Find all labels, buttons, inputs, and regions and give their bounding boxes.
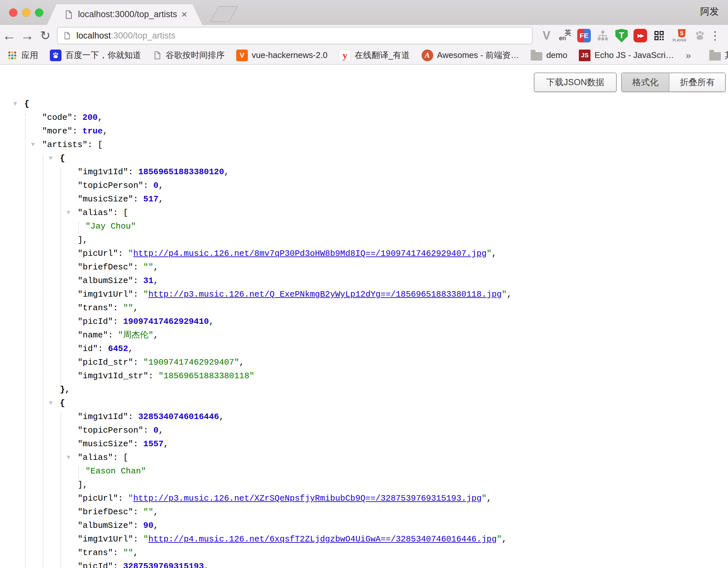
json-token-bb: { <box>24 99 29 109</box>
minimize-window-button[interactable] <box>22 8 30 17</box>
translate-extension-icon[interactable]: 英 en <box>558 28 572 43</box>
shield-t-glyph: T <box>615 29 628 42</box>
bookmarks-overflow-icon[interactable]: » <box>686 50 691 61</box>
json-line: "picUrl": "http://p3.music.126.net/XZrSQ… <box>0 492 728 505</box>
json-line: ▼{ <box>0 97 728 111</box>
address-bar[interactable]: localhost:3000/top_artists <box>57 27 533 44</box>
close-window-button[interactable] <box>9 8 17 17</box>
bookmark-youdao[interactable]: y 在线翻译_有道 <box>339 50 410 61</box>
json-token-p: : <box>133 194 143 204</box>
json-line: ], <box>0 478 728 492</box>
json-token-p: : <box>133 507 143 517</box>
json-token-p: : <box>133 534 143 544</box>
json-line: "picId_str": "19097417462929407", <box>0 356 728 369</box>
html5-glyph: 5 <box>678 29 686 38</box>
browser-profile-name[interactable]: 阿发 <box>700 5 719 18</box>
tampermonkey-extension-icon[interactable]: T <box>615 28 628 43</box>
html5-player-extension-icon[interactable]: 5 PLAYER <box>671 28 688 43</box>
bookmark-vue-hackernews[interactable]: V vue-hackernews-2.0 <box>236 50 327 61</box>
json-token-k: "picId" <box>78 317 113 327</box>
bookmark-label: 在线翻译_有道 <box>355 50 410 61</box>
json-line: ▼{ <box>0 151 728 165</box>
json-token-p: : <box>118 494 128 503</box>
json-token-k: "alias" <box>78 208 113 217</box>
json-line: "img1v1Id_str": "18569651883380118" <box>0 369 728 383</box>
json-url-link[interactable]: http://p3.music.126.net/Q_ExePNkmgB2yWyL… <box>148 290 502 299</box>
collapse-toggle-icon[interactable]: ▼ <box>49 151 52 165</box>
json-token-q: " <box>143 534 149 544</box>
json-token-p: , <box>159 194 164 204</box>
browser-tab[interactable]: localhost:3000/top_artists × <box>47 4 202 25</box>
json-line: "trans": "", <box>0 301 728 315</box>
json-token-p: : <box>133 521 143 530</box>
bookmark-label: vue-hackernews-2.0 <box>252 50 327 60</box>
json-token-n: 200 <box>83 113 98 122</box>
bookmark-label: Echo JS - JavaScri… <box>594 50 674 60</box>
browser-menu-icon[interactable]: ⋮ <box>709 29 722 42</box>
other-bookmarks-folder[interactable]: 其他书签 <box>709 50 728 61</box>
json-token-p: , <box>128 344 133 354</box>
paw-extension-icon[interactable] <box>693 28 707 43</box>
json-url-link[interactable]: http://p4.music.126.net/6xqsfT2ZLjdgzbwO… <box>148 534 497 544</box>
json-token-k: "albumSize" <box>78 521 133 530</box>
json-token-n: 18569651883380120 <box>138 167 224 177</box>
bookmark-baidu[interactable]: 百度一下，你就知道 <box>50 50 141 61</box>
json-token-k: "code" <box>42 113 72 122</box>
reload-icon[interactable]: ↻ <box>36 26 54 45</box>
bookmark-apps[interactable]: 应用 <box>7 50 38 61</box>
json-line: ▼"alias": [ <box>0 451 728 464</box>
json-token-p: , <box>133 548 138 558</box>
json-line: "Jay Chou" <box>0 219 728 233</box>
vue-devtools-icon[interactable]: V <box>540 28 553 43</box>
json-token-s: "18569651883380118" <box>159 371 254 381</box>
json-token-k: "trans" <box>78 548 113 558</box>
json-token-p: : [ <box>87 140 103 150</box>
json-token-s: "19097417462929407" <box>143 358 239 367</box>
bookmark-folder-demo[interactable]: demo <box>531 50 567 61</box>
json-token-s: "周杰伦" <box>118 330 153 340</box>
json-token-bb: { <box>60 153 65 163</box>
json-token-p: : <box>143 426 153 435</box>
json-token-s: "Jay Chou" <box>85 221 136 231</box>
json-line: "img1v1Url": "http://p3.music.126.net/Q_… <box>0 288 728 301</box>
json-token-p: : <box>118 249 128 258</box>
json-token-k: "musicSize" <box>78 194 133 204</box>
tab-close-icon[interactable]: × <box>181 8 187 20</box>
collapse-toggle-icon[interactable]: ▼ <box>13 97 17 111</box>
collapse-toggle-icon[interactable]: ▼ <box>31 138 35 151</box>
video-downloader-extension-icon[interactable]: ▶▶ <box>634 28 647 43</box>
forward-icon[interactable]: → <box>18 26 36 45</box>
baidu-paw-icon <box>50 50 61 61</box>
json-token-k: "artists" <box>42 140 87 150</box>
zoom-window-button[interactable] <box>35 8 43 17</box>
sitemap-icon <box>597 29 609 42</box>
json-token-p: ], <box>78 480 88 490</box>
bookmark-label: Awesomes - 前端资… <box>437 50 519 61</box>
apps-grid-icon <box>7 50 17 61</box>
fehelper-extension-icon[interactable]: FE <box>577 28 591 43</box>
collapse-toggle-icon[interactable]: ▼ <box>67 206 70 219</box>
back-icon[interactable]: ← <box>0 26 18 45</box>
json-token-p: , <box>163 439 169 449</box>
new-tab-button[interactable] <box>210 6 238 22</box>
json-token-bb: }, <box>60 385 70 395</box>
bookmark-awesomes[interactable]: A Awesomes - 前端资… <box>422 50 519 61</box>
json-token-k: "albumSize" <box>78 276 133 286</box>
json-token-p: , <box>153 262 159 272</box>
player-caption: PLAYER <box>673 38 687 42</box>
json-url-link[interactable]: http://p4.music.126.net/8mv7qP30Pd3oHW8b… <box>133 249 487 258</box>
qrcode-extension-icon[interactable] <box>652 28 666 43</box>
json-token-s: "" <box>123 303 133 313</box>
json-token-p: : <box>113 548 123 558</box>
bookmark-google-sort[interactable]: 谷歌按时间排序 <box>153 50 225 61</box>
bookmark-echojs[interactable]: JS Echo JS - JavaScri… <box>579 50 674 61</box>
collapse-toggle-icon[interactable]: ▼ <box>67 451 70 464</box>
fast-forward-glyph: ▶▶ <box>634 29 647 42</box>
collapse-toggle-icon[interactable]: ▼ <box>49 396 52 410</box>
json-token-p: , <box>159 426 164 435</box>
json-url-link[interactable]: http://p3.music.126.net/XZrSQeNpsfjyRmib… <box>133 494 482 503</box>
url-path: :3000/top_artists <box>111 31 176 41</box>
json-token-p: : [ <box>113 453 128 462</box>
json-token-k: "trans" <box>78 303 113 313</box>
sitemap-extension-icon[interactable] <box>596 28 610 43</box>
